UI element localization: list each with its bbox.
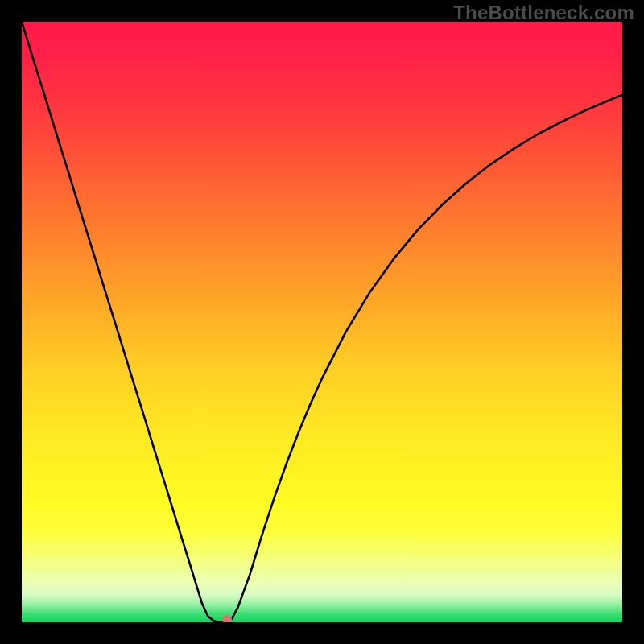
watermark-text: TheBottleneck.com — [453, 2, 634, 24]
chart-frame: TheBottleneck.com — [0, 0, 644, 644]
plot-background — [22, 22, 622, 622]
bottleneck-chart — [22, 22, 622, 622]
